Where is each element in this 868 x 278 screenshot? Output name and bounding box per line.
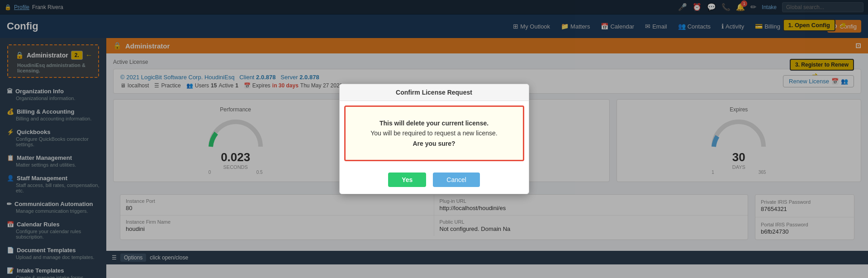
modal-overlay: Confirm License Request This will delete…: [0, 0, 868, 278]
modal-body: This will delete your current license. Y…: [344, 105, 524, 161]
modal-line1: This will delete your current license.: [355, 118, 514, 128]
cancel-button[interactable]: Cancel: [433, 173, 480, 187]
modal-footer: Yes Cancel: [340, 166, 529, 194]
yes-button[interactable]: Yes: [388, 173, 426, 187]
modal-line2: You will be required to request a new li…: [355, 128, 514, 138]
confirm-modal: Confirm License Request This will delete…: [339, 84, 529, 194]
modal-header: Confirm License Request: [340, 84, 529, 101]
modal-line3: Are you sure?: [355, 139, 514, 149]
